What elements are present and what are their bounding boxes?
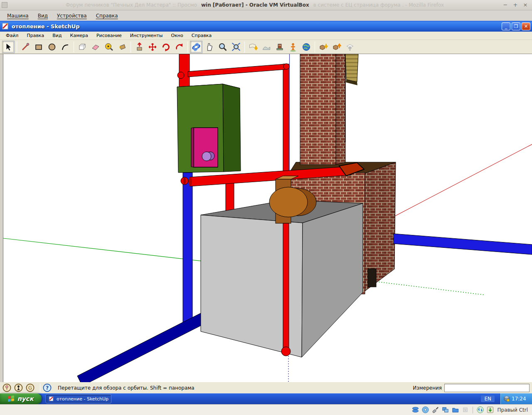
tool-add-location-button[interactable] — [247, 41, 259, 53]
geolocation-icon[interactable] — [2, 383, 11, 392]
clock[interactable]: 17:24 — [512, 396, 526, 402]
boiler-control-panel[interactable] — [194, 128, 218, 167]
sketchup-titlebar: отопление - SketchUp _ ❐ ✕ — [0, 21, 532, 32]
tool-select-button[interactable] — [2, 41, 15, 53]
status-hint-text: Перетащите для обзора с орбиты. Shift = … — [58, 385, 413, 391]
tool-share-model-button[interactable] — [330, 41, 343, 53]
sketchup-minimize-button[interactable]: _ — [502, 22, 510, 30]
display-icon[interactable] — [441, 406, 449, 414]
water-tank[interactable] — [201, 200, 363, 357]
orbit-icon — [191, 42, 201, 52]
boiler-knob[interactable] — [202, 152, 211, 161]
tool-photo-textures-button[interactable] — [273, 41, 286, 53]
arc-icon — [60, 42, 70, 52]
tool-move-button[interactable] — [146, 41, 159, 53]
tool-line-button[interactable] — [19, 41, 32, 53]
windows-flag-icon — [8, 395, 15, 402]
pan-icon — [204, 42, 214, 52]
usb-devices-icon[interactable] — [431, 406, 439, 414]
google-icon[interactable]: G — [26, 383, 34, 392]
sketchup-close-button[interactable]: ✕ — [522, 22, 530, 30]
wood-wall-panel[interactable] — [345, 54, 358, 82]
brick-chimney[interactable] — [300, 54, 358, 165]
stove-door[interactable] — [368, 269, 376, 287]
cold-pipe-right[interactable] — [394, 234, 532, 254]
optical-drives-icon[interactable] — [421, 406, 429, 414]
tool-zoom-button[interactable] — [217, 41, 229, 53]
hard-disks-icon[interactable] — [411, 406, 419, 414]
tool-share-component-button[interactable] — [344, 41, 356, 53]
features-icon[interactable]: V — [461, 406, 469, 414]
sketchup-menu-окно[interactable]: Окно — [167, 32, 187, 39]
background-window-title-left: Форум печников "Печных Дел Мастера" :: П… — [66, 2, 197, 8]
tool-make-component-button[interactable] — [76, 41, 89, 53]
tool-rectangle-button[interactable] — [32, 41, 45, 53]
host-close-button[interactable]: × — [522, 2, 529, 8]
tool-model-person-button[interactable] — [287, 41, 299, 53]
sketchup-menu-вид[interactable]: Вид — [48, 32, 66, 39]
rectangle-icon — [34, 42, 44, 52]
tool-google-earth-button[interactable] — [300, 41, 313, 53]
sketchup-toolbar — [0, 40, 532, 54]
sketchup-menu-правка[interactable]: Правка — [22, 32, 48, 39]
sketchup-menu-справка[interactable]: Справка — [187, 32, 216, 39]
tool-orbit-button[interactable] — [190, 41, 202, 53]
tool-paint-bucket-button[interactable] — [116, 41, 128, 53]
network-icon[interactable] — [476, 406, 484, 414]
toolbar-separator — [315, 42, 315, 52]
cold-return-pipes[interactable] — [77, 173, 208, 382]
sketchup-restore-button[interactable]: ❐ — [512, 22, 520, 30]
offset-icon — [174, 42, 184, 52]
language-indicator[interactable]: EN — [481, 395, 495, 402]
sketchup-menu-файл[interactable]: Файл — [2, 32, 22, 39]
host-minimize-button[interactable]: − — [502, 2, 509, 8]
vbox-menu-машина[interactable]: Машина — [3, 12, 32, 20]
tool-eraser-button[interactable] — [89, 41, 102, 53]
tool-zoom-extents-button[interactable] — [230, 41, 242, 53]
tool-tape-measure-button[interactable] — [103, 41, 115, 53]
shared-folders-icon[interactable] — [451, 406, 459, 414]
start-button[interactable]: пуск — [0, 393, 42, 404]
add-location-icon — [248, 42, 258, 52]
vbox-menu-справка[interactable]: Справка — [92, 12, 122, 20]
virtualbox-tray-icon[interactable] — [503, 395, 510, 402]
drain-valve[interactable] — [281, 347, 291, 356]
virtualbox-window: Форум печников "Печных Дел Мастера" :: П… — [0, 0, 532, 415]
vbox-menu-устройства[interactable]: Устройства — [53, 12, 91, 20]
vbox-menu-вид[interactable]: Вид — [34, 12, 52, 20]
tool-arc-button[interactable] — [59, 41, 71, 53]
toolbar-separator — [17, 42, 17, 52]
tool-pan-button[interactable] — [203, 41, 216, 53]
tape-measure-icon — [104, 42, 114, 52]
toolbar-separator — [244, 42, 245, 52]
auto-resize-icon[interactable] — [486, 406, 494, 414]
svg-text:V: V — [465, 408, 467, 412]
model-3d-scene[interactable] — [3, 54, 532, 382]
share-model-icon — [332, 42, 342, 52]
taskbar-task-sketchup[interactable]: отопление - SketchUp — [46, 394, 111, 403]
tool-rotate-button[interactable] — [160, 41, 172, 53]
background-window-title-right: в системе с ЕЦ страница форума . - Mozil… — [313, 2, 444, 8]
tank-feed-pipe[interactable] — [226, 183, 234, 211]
tool-toggle-terrain-button[interactable] — [260, 41, 273, 53]
wall-boiler[interactable] — [177, 84, 241, 173]
help-icon[interactable]: ? — [43, 383, 52, 392]
zoom-icon — [218, 42, 228, 52]
host-maximize-button[interactable]: + — [512, 2, 519, 8]
sketchup-menu-рисование[interactable]: Рисование — [92, 32, 126, 39]
host-titlebar: Форум печников "Печных Дел Мастера" :: П… — [0, 0, 532, 10]
windows-taskbar: пуск отопление - SketchUp EN 17:24 — [0, 393, 532, 404]
tool-get-models-button[interactable] — [317, 41, 330, 53]
tool-push-pull-button[interactable] — [133, 41, 145, 53]
pipe-fitting[interactable] — [283, 64, 289, 69]
sketchup-menu-инструменты[interactable]: Инструменты — [126, 32, 167, 39]
credits-icon[interactable] — [14, 383, 23, 392]
tool-offset-button[interactable] — [173, 41, 185, 53]
pipe-fitting[interactable] — [177, 72, 184, 79]
drawing-viewport[interactable] — [0, 54, 532, 382]
task-button-label: отопление - SketchUp — [57, 396, 108, 402]
host-key-label: Правый Ctrl — [497, 407, 528, 413]
sketchup-menu-камера[interactable]: Камера — [66, 32, 92, 39]
tool-circle-button[interactable] — [46, 41, 58, 53]
measurements-input[interactable] — [444, 384, 530, 392]
